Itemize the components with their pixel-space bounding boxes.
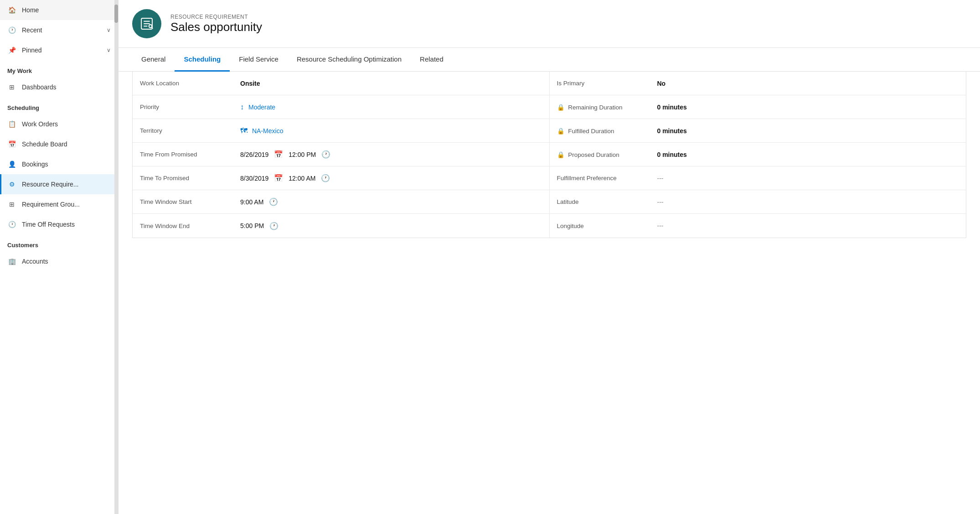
sidebar: 🏠 Home 🕐 Recent ∨ 📌 Pinned ∨ My Work ⊞ D… (0, 0, 119, 514)
form-left-time-window-start: Time Window Start 9:00 AM 🕐 (133, 190, 549, 213)
nav-item-schedule-board[interactable]: 📅 Schedule Board (0, 134, 118, 154)
form-row-2: Priority ↕ Moderate 🔒 Remaining Duration… (133, 95, 966, 119)
nav-item-recent[interactable]: 🕐 Recent ∨ (0, 20, 118, 40)
form-left-time-to-promised: Time To Promised 8/30/2019 📅 12:00 AM 🕐 (133, 166, 549, 190)
lock-icon: 🔒 (557, 104, 565, 111)
time-window-end: 5:00 PM (240, 222, 264, 229)
value-fulfillment-preference: --- (650, 168, 966, 188)
value-territory[interactable]: 🗺 NA-Mexico (233, 120, 549, 141)
grid-icon: ⊞ (7, 83, 16, 92)
clock-button-window-end[interactable]: 🕐 (268, 222, 279, 230)
form-left-work-location: Work Location Onsite (133, 72, 549, 95)
calendar-button-to-promised[interactable]: 📅 (273, 174, 284, 182)
form-left-priority: Priority ↕ Moderate (133, 95, 549, 119)
calendar-icon: 📅 (7, 140, 16, 149)
label-fulfillment-preference: Fulfillment Preference (550, 168, 650, 188)
label-time-to-promised: Time To Promised (133, 168, 233, 188)
tab-field-service[interactable]: Field Service (230, 48, 288, 72)
label-remaining-duration: 🔒 Remaining Duration (550, 97, 650, 117)
form-left-time-window-end: Time Window End 5:00 PM 🕐 (133, 214, 549, 238)
nav-label-bookings: Bookings (22, 161, 48, 168)
value-time-window-start: 9:00 AM 🕐 (233, 191, 549, 213)
svg-point-4 (149, 25, 152, 28)
tab-general[interactable]: General (132, 48, 175, 72)
nav-item-dashboards[interactable]: ⊞ Dashboards (0, 77, 118, 97)
label-work-location: Work Location (133, 73, 233, 93)
nav-label-accounts: Accounts (22, 258, 48, 265)
nav-item-pinned[interactable]: 📌 Pinned ∨ (0, 40, 118, 60)
form-right-proposed-duration: 🔒 Proposed Duration 0 minutes (549, 143, 966, 166)
form-right-latitude: Latitude --- (549, 190, 966, 213)
clock-button-from-promised[interactable]: 🕐 (320, 150, 331, 159)
form-section-scheduling: Work Location Onsite Is Primary No Prior… (132, 72, 966, 238)
tab-bar: General Scheduling Field Service Resourc… (119, 48, 980, 72)
map-icon: 🗺 (240, 127, 248, 135)
tab-resource-scheduling-optimization[interactable]: Resource Scheduling Optimization (288, 48, 411, 72)
nav-label-time-off-requests: Time Off Requests (22, 221, 75, 228)
label-time-window-start: Time Window Start (133, 192, 233, 212)
form-row-3: Territory 🗺 NA-Mexico 🔒 Fulfilled Durati… (133, 119, 966, 143)
nav-item-work-orders[interactable]: 📋 Work Orders (0, 114, 118, 134)
label-territory: Territory (133, 121, 233, 140)
clock-button-window-start[interactable]: 🕐 (268, 197, 279, 206)
main-content: RESOURCE REQUIREMENT Sales opportunity G… (119, 0, 980, 514)
person-clock-icon: 🕐 (7, 220, 16, 229)
value-fulfilled-duration: 0 minutes (650, 121, 966, 141)
date-to-promised: 8/30/2019 (240, 175, 268, 182)
person-tag-icon: 👤 (7, 160, 16, 169)
value-time-from-promised: 8/26/2019 📅 12:00 PM 🕐 (233, 144, 549, 165)
label-fulfilled-duration: 🔒 Fulfilled Duration (550, 121, 650, 141)
nav-label-schedule-board: Schedule Board (22, 140, 67, 148)
nav-item-bookings[interactable]: 👤 Bookings (0, 154, 118, 174)
nav-label-pinned: Pinned (22, 47, 42, 54)
pin-icon: 📌 (7, 46, 16, 55)
chevron-down-icon: ∨ (107, 27, 111, 33)
label-longitude: Longitude (550, 216, 650, 236)
calendar-button-from-promised[interactable]: 📅 (273, 150, 284, 159)
time-window-start: 9:00 AM (240, 198, 263, 206)
nav-label-resource-requirements: Resource Require... (22, 181, 79, 188)
form-row-7: Time Window End 5:00 PM 🕐 Longitude --- (133, 214, 966, 238)
sort-icon: ↕ (240, 103, 244, 111)
form-right-is-primary: Is Primary No (549, 72, 966, 95)
value-time-window-end: 5:00 PM 🕐 (233, 215, 549, 237)
value-work-location: Onsite (233, 73, 549, 93)
form-row-1: Work Location Onsite Is Primary No (133, 72, 966, 95)
value-longitude: --- (650, 216, 966, 236)
section-header-my-work: My Work (0, 60, 118, 77)
lock-icon: 🔒 (557, 151, 565, 158)
form-right-fulfilled-duration: 🔒 Fulfilled Duration 0 minutes (549, 119, 966, 142)
form-row-6: Time Window Start 9:00 AM 🕐 Latitude --- (133, 190, 966, 214)
form-left-territory: Territory 🗺 NA-Mexico (133, 119, 549, 142)
page-header: RESOURCE REQUIREMENT Sales opportunity (119, 0, 980, 48)
nav-item-time-off-requests[interactable]: 🕐 Time Off Requests (0, 214, 118, 234)
nav-label-recent: Recent (22, 26, 42, 34)
nav-label-dashboards: Dashboards (22, 83, 57, 91)
label-latitude: Latitude (550, 192, 650, 212)
value-is-primary: No (650, 73, 966, 93)
value-priority[interactable]: ↕ Moderate (233, 97, 549, 118)
tab-related[interactable]: Related (411, 48, 453, 72)
nav-item-resource-requirements[interactable]: ⚙ Resource Require... (0, 174, 118, 194)
form-content: Work Location Onsite Is Primary No Prior… (119, 72, 980, 514)
section-header-scheduling: Scheduling (0, 97, 118, 114)
clock-icon: 🕐 (7, 26, 16, 35)
tab-scheduling[interactable]: Scheduling (175, 48, 230, 72)
label-time-window-end: Time Window End (133, 216, 233, 236)
nav-item-home[interactable]: 🏠 Home (0, 0, 118, 20)
nav-item-requirement-groups[interactable]: ⊞ Requirement Grou... (0, 194, 118, 214)
clock-button-to-promised[interactable]: 🕐 (320, 174, 331, 182)
page-title: Sales opportunity (170, 20, 262, 34)
form-right-longitude: Longitude --- (549, 214, 966, 238)
home-icon: 🏠 (7, 5, 16, 15)
time-to-promised: 12:00 AM (289, 175, 315, 182)
nav-item-accounts[interactable]: 🏢 Accounts (0, 251, 118, 271)
value-time-to-promised: 8/30/2019 📅 12:00 AM 🕐 (233, 167, 549, 189)
date-from-promised: 8/26/2019 (240, 151, 268, 158)
nav-label-requirement-groups: Requirement Grou... (22, 201, 80, 208)
nav-label-home: Home (22, 6, 39, 14)
chevron-down-icon: ∨ (107, 47, 111, 53)
value-proposed-duration: 0 minutes (650, 145, 966, 165)
header-text: RESOURCE REQUIREMENT Sales opportunity (170, 14, 262, 34)
form-right-remaining-duration: 🔒 Remaining Duration 0 minutes (549, 95, 966, 119)
